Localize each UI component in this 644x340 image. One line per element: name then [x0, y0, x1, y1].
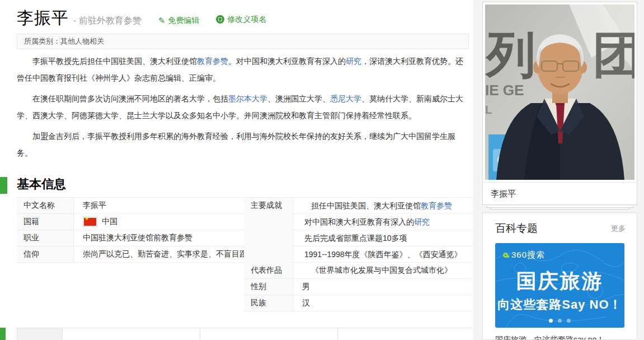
- carousel-dots[interactable]: [495, 319, 624, 323]
- link-education-counselor[interactable]: 教育参赞: [421, 201, 452, 210]
- china-flag-icon: [83, 217, 97, 227]
- basic-info-title: 基本信息: [17, 176, 66, 193]
- row-value: 男: [293, 279, 471, 295]
- row-label: 性别: [244, 279, 293, 295]
- svg-text:L: L: [485, 104, 492, 116]
- table-cell: [63, 328, 200, 340]
- svg-text:团: 团: [593, 27, 634, 82]
- brand-name: 360搜索: [511, 250, 545, 260]
- svg-text:列: 列: [485, 27, 535, 82]
- row-label: 职业: [17, 230, 74, 246]
- topic-ad-banner[interactable]: 360搜索 国庆旅游 向这些套路Say NO！: [495, 243, 624, 328]
- ad-subline: 向这些套路Say NO！: [495, 296, 624, 313]
- table-cell: [200, 328, 338, 340]
- row-value: 李振平: [74, 198, 244, 213]
- free-edit-label: 免费编辑: [168, 16, 199, 26]
- text: 。对中国和澳大利亚教育有深入的: [228, 57, 346, 66]
- table-cell: [17, 328, 63, 340]
- text: 、澳洲国立大学、: [267, 94, 330, 103]
- row-value: 崇尚严以克已、勤苦奋进、实事求是、不盲目跟从的...: [74, 246, 244, 262]
- row-label: 代表作品: [244, 263, 293, 278]
- nationality-value: 中国: [102, 217, 117, 227]
- topics-header: 百科专题 更多: [483, 213, 637, 243]
- text: 加盟金吉列后，李振平教授利用多年积累的海外教育经验，利用与海外院校长年保持的友好…: [17, 132, 455, 157]
- topics-title: 百科专题: [495, 221, 538, 236]
- link-research[interactable]: 研究: [346, 57, 361, 66]
- link-melbourne-university[interactable]: 墨尔本大学: [228, 94, 267, 103]
- carousel-dot[interactable]: [549, 319, 553, 323]
- achievement-item: 担任中国驻美国、澳大利亚使馆教育参赞: [293, 198, 471, 214]
- table-row: 职业 中国驻澳大利亚使馆前教育参赞: [17, 230, 244, 246]
- free-edit-link[interactable]: ✎ 免费编辑: [158, 16, 200, 26]
- rename-label: 修改义项名: [227, 15, 266, 25]
- section-marker: [0, 328, 6, 340]
- row-value: 《世界城市化发展与中国复合式城市化》: [293, 263, 471, 278]
- row-value: 汉: [293, 295, 471, 311]
- main-content: 李振平 - 前驻外教育参赞 ✎ 免费编辑 修改义项名 所属类别：其他人物相关 李…: [0, 0, 473, 340]
- table-row: 国籍 中国: [17, 214, 244, 230]
- carousel-dot[interactable]: [558, 319, 562, 323]
- portrait-illustration: 列 团 IE GE L: [485, 4, 634, 180]
- carousel-dot[interactable]: [567, 319, 571, 323]
- link-sydney-university[interactable]: 悉尼大学: [330, 94, 361, 103]
- achievements-row: 主要成就 担任中国驻美国、澳大利亚使馆教育参赞 对中国和澳大利亚教育有深入的研究…: [244, 198, 471, 263]
- row-value: 中国驻澳大利亚使馆前教育参赞: [74, 230, 244, 246]
- intro-section: 李振平教授先后担任中国驻美国、澳大利亚使馆教育参赞。对中国和澳大利亚教育有深入的…: [17, 53, 463, 165]
- ad-headline: 国庆旅游: [495, 268, 624, 295]
- table-cell: [338, 328, 473, 340]
- truncated-section-table: [17, 328, 473, 340]
- link-education-counselor[interactable]: 教育参赞: [197, 57, 228, 66]
- 360-search-brand: 360搜索: [503, 250, 545, 260]
- achievement-item: 1991--1998年度《陕西年鉴》、《西安通览》: [293, 246, 471, 263]
- text: 在澳任职期间曾多次访问澳洲不同地区的著名大学，包括: [32, 94, 228, 103]
- page-subtitle: - 前驻外教育参赞: [73, 15, 142, 27]
- rename-entry-link[interactable]: 修改义项名: [216, 15, 266, 25]
- table-row: 性别 男: [244, 279, 471, 295]
- profile-photo[interactable]: 列 团 IE GE L: [485, 4, 634, 180]
- page-title: 李振平: [17, 7, 69, 30]
- card-stack-decoration: [482, 206, 637, 209]
- category-bar: 所属类别：其他人物相关: [17, 34, 469, 49]
- basic-info-right: 主要成就 担任中国驻美国、澳大利亚使馆教育参赞 对中国和澳大利亚教育有深入的研究…: [244, 197, 471, 311]
- svg-text:IE GE: IE GE: [485, 82, 524, 99]
- 360-logo-icon: [503, 253, 508, 258]
- table-row: 中文名称 李振平: [17, 198, 244, 214]
- text: 对中国和澳大利亚教育有深入的: [304, 217, 414, 226]
- profile-photo-card: 列 团 IE GE L: [482, 2, 637, 205]
- row-label: 国籍: [17, 214, 74, 230]
- row-label: 中文名称: [17, 198, 74, 213]
- table-row: 代表作品 《世界城市化发展与中国复合式城市化》: [244, 263, 471, 279]
- achievement-item: 先后完成省部重点课题10多项: [293, 230, 471, 246]
- intro-paragraph-2: 在澳任职期间曾多次访问澳洲不同地区的著名大学，包括墨尔本大学、澳洲国立大学、悉尼…: [17, 90, 463, 124]
- ad-caption-link[interactable]: 国庆旅游，向这些套路say no！: [495, 335, 624, 340]
- intro-paragraph-3: 加盟金吉列后，李振平教授利用多年积累的海外教育经验，利用与海外院校长年保持的友好…: [17, 128, 463, 161]
- row-label: 民族: [244, 295, 293, 311]
- achievement-item: 对中国和澳大利亚教育有深入的研究: [293, 214, 471, 230]
- row-value: 中国: [74, 214, 244, 230]
- link-research[interactable]: 研究: [414, 217, 430, 226]
- row-label: 信仰: [17, 246, 74, 262]
- table-row: 信仰 崇尚严以克已、勤苦奋进、实事求是、不盲目跟从的...: [17, 246, 244, 263]
- baike-topics-card: 百科专题 更多 360搜索 国庆旅游 向这些套路Say NO！ 国庆旅游: [482, 212, 637, 340]
- row-label: 主要成就: [244, 198, 293, 263]
- table-row: 民族 汉: [244, 295, 471, 311]
- rename-icon: [216, 15, 224, 24]
- basic-info-table: 中文名称 李振平 国籍 中国 职业 中国驻澳大利亚使馆前教育参赞 信仰 崇尚严以…: [17, 197, 471, 311]
- topics-more-link[interactable]: 更多: [611, 223, 626, 234]
- intro-paragraph-1: 李振平教授先后担任中国驻美国、澳大利亚使馆教育参赞。对中国和澳大利亚教育有深入的…: [17, 53, 463, 86]
- text: 李振平教授先后担任中国驻美国、澳大利亚使馆: [32, 57, 197, 66]
- page-header: 李振平 - 前驻外教育参赞 ✎ 免费编辑 修改义项名: [17, 7, 266, 30]
- pencil-icon: ✎: [158, 16, 166, 26]
- basic-info-left: 中文名称 李振平 国籍 中国 职业 中国驻澳大利亚使馆前教育参赞 信仰 崇尚严以…: [17, 197, 244, 311]
- text: 担任中国驻美国、澳大利亚使馆: [311, 201, 421, 210]
- achievements-values: 担任中国驻美国、澳大利亚使馆教育参赞 对中国和澳大利亚教育有深入的研究 先后完成…: [293, 198, 471, 263]
- section-marker: [0, 177, 7, 194]
- photo-caption: 李振平: [483, 182, 637, 204]
